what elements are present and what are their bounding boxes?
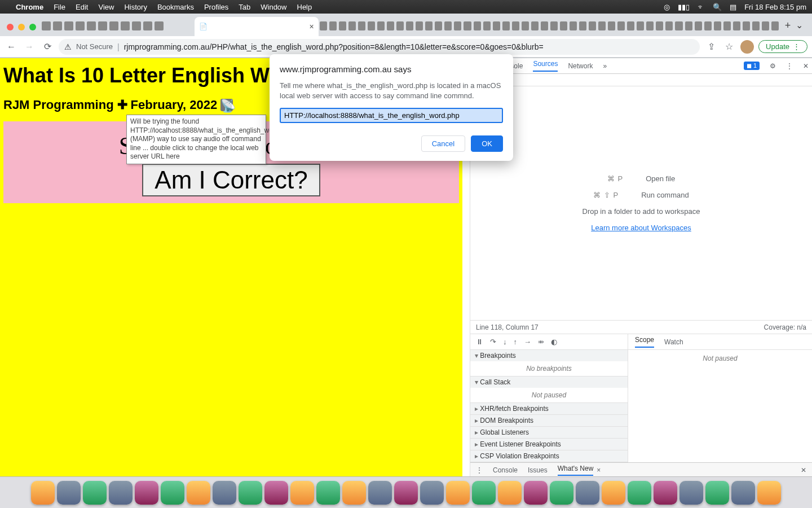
pinned-tab[interactable]: [87, 21, 96, 30]
pinned-tab[interactable]: [121, 21, 130, 30]
xhr-header[interactable]: XHR/fetch Breakpoints: [470, 403, 628, 414]
dock-app-icon[interactable]: [472, 481, 496, 505]
step-over-icon[interactable]: ↷: [490, 338, 496, 346]
pinned-tab[interactable]: [444, 21, 452, 30]
zoom-window-button[interactable]: [29, 24, 36, 30]
dom-breakpoints-section[interactable]: DOM Breakpoints: [470, 415, 628, 427]
reload-button[interactable]: ⟳: [41, 41, 54, 52]
pinned-tab[interactable]: [589, 21, 596, 30]
pinned-tab[interactable]: [368, 21, 375, 30]
event-header[interactable]: Event Listener Breakpoints: [470, 439, 628, 450]
call-stack-header[interactable]: Call Stack: [470, 376, 628, 388]
pinned-tab[interactable]: [579, 21, 586, 30]
dock-app-icon[interactable]: [705, 481, 729, 505]
drawer-console-tab[interactable]: Console: [493, 466, 518, 474]
pinned-tab[interactable]: [531, 21, 539, 30]
pinned-tab[interactable]: [454, 21, 461, 30]
dock-app-icon[interactable]: [316, 481, 340, 505]
pinned-tab[interactable]: [464, 21, 471, 30]
pinned-tab[interactable]: [646, 21, 654, 30]
pinned-tab[interactable]: [522, 21, 529, 30]
breakpoints-header[interactable]: Breakpoints: [470, 350, 628, 361]
dock-app-icon[interactable]: [628, 481, 651, 505]
tab-scope[interactable]: Scope: [635, 336, 654, 348]
step-into-icon[interactable]: ↓: [503, 338, 507, 346]
close-drawer-tab-icon[interactable]: ×: [597, 466, 601, 474]
dialog-input[interactable]: [280, 108, 503, 123]
tab-overflow-icon[interactable]: ⌄: [796, 20, 803, 30]
update-button[interactable]: Update ⋮: [758, 40, 807, 53]
close-tab-icon[interactable]: ×: [310, 22, 314, 31]
dock-app-icon[interactable]: [264, 481, 288, 505]
new-tab-button[interactable]: +: [780, 20, 796, 32]
event-listener-breakpoints-section[interactable]: Event Listener Breakpoints: [470, 439, 628, 450]
step-out-icon[interactable]: ↑: [514, 338, 518, 346]
pinned-tab[interactable]: [656, 21, 663, 30]
menu-bookmarks[interactable]: Bookmarks: [157, 3, 194, 11]
pinned-tab[interactable]: [627, 21, 634, 30]
dock-app-icon[interactable]: [602, 481, 625, 505]
pinned-tab[interactable]: [704, 21, 712, 30]
pinned-tab[interactable]: [406, 21, 413, 30]
step-icon[interactable]: →: [524, 338, 531, 346]
dock-app-icon[interactable]: [83, 481, 107, 505]
pinned-tab[interactable]: [76, 21, 85, 30]
minimize-window-button[interactable]: [18, 24, 25, 30]
dock-app-icon[interactable]: [161, 481, 184, 505]
pinned-tab[interactable]: [665, 21, 673, 30]
dock-app-icon[interactable]: [757, 481, 781, 505]
pinned-tab[interactable]: [358, 21, 365, 30]
dock-app-icon[interactable]: [524, 481, 548, 505]
dock-app-icon[interactable]: [135, 481, 158, 505]
pinned-tab[interactable]: [695, 21, 702, 30]
pause-icon[interactable]: ⏸: [476, 338, 483, 346]
pinned-tab[interactable]: [617, 21, 625, 30]
pinned-tab[interactable]: [752, 21, 760, 30]
pinned-tab[interactable]: [685, 21, 692, 30]
pinned-tab[interactable]: [98, 21, 107, 30]
global-header[interactable]: Global Listeners: [470, 427, 628, 438]
address-bar[interactable]: ⚠ Not Secure | rjmprogramming.com.au/PHP…: [59, 39, 700, 55]
dock-app-icon[interactable]: [368, 481, 392, 505]
pinned-tab[interactable]: [132, 21, 141, 30]
menu-edit[interactable]: Edit: [76, 3, 88, 11]
pinned-tab[interactable]: [435, 21, 442, 30]
drawer-issues-tab[interactable]: Issues: [528, 466, 548, 474]
pinned-tab[interactable]: [743, 21, 750, 30]
dock-app-icon[interactable]: [394, 481, 418, 505]
dock-app-icon[interactable]: [576, 481, 599, 505]
wifi-icon[interactable]: ᯤ: [698, 3, 705, 11]
tab-more-icon[interactable]: »: [603, 62, 607, 70]
menu-window[interactable]: Window: [261, 3, 286, 11]
profile-avatar[interactable]: [740, 40, 754, 54]
dock-app-icon[interactable]: [57, 481, 81, 505]
pause-on-exceptions-icon[interactable]: ◐: [551, 338, 557, 346]
xhr-breakpoints-section[interactable]: XHR/fetch Breakpoints: [470, 403, 628, 415]
menubar-clock[interactable]: Fri 18 Feb 8:15 pm: [744, 3, 806, 11]
back-button[interactable]: ←: [5, 42, 18, 52]
pinned-tab[interactable]: [329, 21, 337, 30]
pinned-tab[interactable]: [493, 21, 500, 30]
pinned-tab[interactable]: [723, 21, 731, 30]
csp-header[interactable]: CSP Violation Breakpoints: [470, 450, 628, 462]
csp-breakpoints-section[interactable]: CSP Violation Breakpoints: [470, 450, 628, 462]
tab-watch[interactable]: Watch: [664, 338, 683, 346]
pinned-tab[interactable]: [348, 21, 356, 30]
pinned-tab[interactable]: [512, 21, 519, 30]
close-drawer-icon[interactable]: ✕: [801, 466, 806, 474]
pinned-tab[interactable]: [339, 21, 346, 30]
pinned-tab[interactable]: [608, 21, 615, 30]
pinned-tab[interactable]: [53, 21, 62, 30]
call-stack-section[interactable]: Call Stack Not paused: [470, 376, 628, 403]
pinned-tab[interactable]: [416, 21, 423, 30]
dock-app-icon[interactable]: [654, 481, 677, 505]
issues-badge[interactable]: ◼ 1: [744, 62, 760, 70]
spotlight-icon[interactable]: 🔍: [713, 3, 722, 11]
dock-app-icon[interactable]: [550, 481, 573, 505]
pinned-tab[interactable]: [733, 21, 740, 30]
tab-network[interactable]: Network: [568, 62, 593, 70]
am-i-correct-button[interactable]: Am I Correct?: [142, 164, 320, 196]
pinned-tab[interactable]: [560, 21, 567, 30]
ok-button[interactable]: OK: [471, 135, 503, 152]
satellite-icon[interactable]: 📡: [220, 99, 233, 111]
